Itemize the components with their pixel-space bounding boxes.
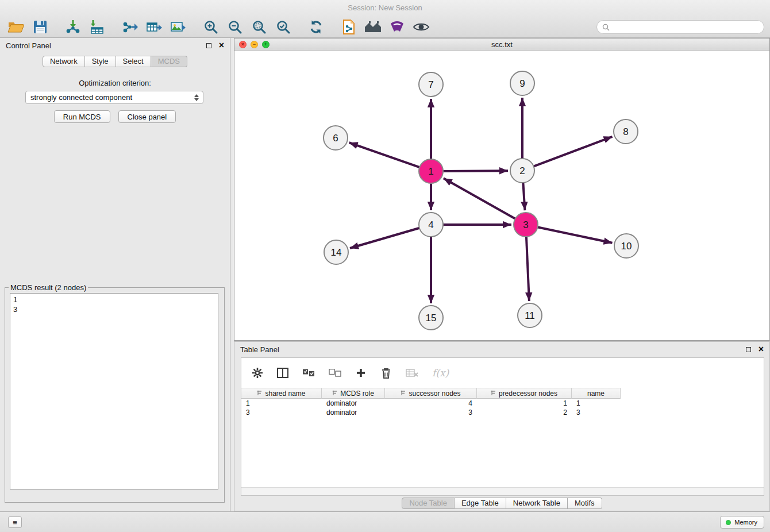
run-mcds-button[interactable]: Run MCDS: [54, 110, 110, 123]
svg-text:3: 3: [523, 219, 528, 230]
select-all-icon[interactable]: [302, 369, 315, 377]
tab-edge-table[interactable]: Edge Table: [455, 498, 506, 509]
column-header-shared-name[interactable]: shared name: [241, 388, 322, 399]
deselect-all-icon[interactable]: [329, 369, 341, 377]
tab-mcds[interactable]: MCDS: [151, 56, 187, 67]
mcds-result-item: 3: [13, 304, 215, 314]
graph-node-11[interactable]: 11: [518, 303, 542, 327]
close-panel-icon[interactable]: ×: [219, 41, 224, 50]
show-details-eye-icon[interactable]: [412, 18, 430, 36]
graph-edge-3-1[interactable]: [444, 178, 517, 219]
column-header-mcds-role[interactable]: MCDS role: [322, 388, 385, 399]
column-header-name[interactable]: name: [572, 388, 621, 399]
memory-button[interactable]: Memory: [720, 516, 764, 529]
graph-node-9[interactable]: 9: [510, 71, 534, 95]
graph-edge-2-8[interactable]: [532, 137, 613, 167]
apply-layout-icon[interactable]: [307, 18, 325, 36]
graph-edge-3-11[interactable]: [526, 235, 529, 301]
table-cell: dominator: [322, 408, 385, 417]
control-panel-tabs: NetworkStyleSelectMCDS: [0, 56, 230, 67]
graph-edge-1-6[interactable]: [349, 142, 421, 168]
column-type-icon: [491, 390, 496, 398]
table-settings-icon[interactable]: [252, 367, 263, 379]
table-row[interactable]: 3dominator323: [241, 408, 764, 417]
tab-style[interactable]: Style: [85, 56, 116, 67]
save-session-icon[interactable]: [31, 18, 49, 36]
table-toolbar: f(x): [241, 358, 764, 388]
zoom-out-icon[interactable]: [226, 18, 244, 36]
graph-node-10[interactable]: 10: [614, 234, 638, 258]
window-titlebar: Session: New Session: [0, 0, 770, 16]
horizontal-scrollbar[interactable]: [241, 487, 764, 495]
column-header-label: name: [587, 390, 605, 398]
open-session-icon[interactable]: [7, 18, 25, 36]
graph-edge-2-3[interactable]: [523, 181, 525, 210]
graph-node-15[interactable]: 15: [419, 306, 443, 330]
zoom-in-icon[interactable]: [202, 18, 220, 36]
svg-text:9: 9: [519, 78, 525, 89]
table-panel-tabs: Node TableEdge TableNetwork TableMotifs: [234, 498, 769, 509]
table-cell: 1: [241, 399, 322, 408]
search-icon: [602, 24, 610, 31]
graph-node-1[interactable]: 1: [419, 159, 443, 183]
export-network-icon[interactable]: [121, 18, 139, 36]
minimize-window-icon[interactable]: –: [251, 41, 258, 48]
import-table-icon[interactable]: [88, 18, 106, 36]
mcds-result-list[interactable]: 13: [10, 293, 218, 489]
column-header-label: shared name: [265, 390, 305, 398]
network-overview-icon[interactable]: [364, 18, 382, 36]
table-cell: 3: [385, 408, 477, 417]
zoom-window-icon[interactable]: +: [262, 41, 270, 48]
control-panel: Control Panel × NetworkStyleSelectMCDS O…: [0, 38, 230, 511]
graph-node-3[interactable]: 3: [514, 213, 538, 237]
style-brush-icon[interactable]: [388, 18, 406, 36]
graph-edge-3-10[interactable]: [536, 227, 613, 243]
column-type-icon: [257, 390, 262, 398]
search-input[interactable]: [613, 23, 764, 31]
search-box[interactable]: [596, 20, 764, 34]
close-panel-button[interactable]: Close panel: [118, 110, 176, 123]
tab-network-table[interactable]: Network Table: [506, 498, 568, 509]
graph-node-14[interactable]: 14: [324, 240, 348, 264]
optimization-label: Optimization criterion:: [0, 79, 230, 87]
graph-node-4[interactable]: 4: [419, 213, 443, 237]
tab-motifs[interactable]: Motifs: [568, 498, 602, 509]
export-image-icon[interactable]: [169, 18, 187, 36]
table-row[interactable]: 1dominator411: [241, 399, 764, 408]
close-table-panel-icon[interactable]: ×: [759, 345, 764, 354]
graph-node-2[interactable]: 2: [510, 159, 534, 183]
graph-node-8[interactable]: 8: [614, 119, 638, 144]
column-header-successor-nodes[interactable]: successor nodes: [385, 388, 477, 399]
table-column-headers: shared nameMCDS rolesuccessor nodesprede…: [241, 388, 764, 399]
graph-node-7[interactable]: 7: [419, 72, 443, 97]
network-canvas[interactable]: 7968124314101511: [234, 51, 769, 340]
task-history-icon[interactable]: ≡: [8, 516, 22, 528]
tab-node-table[interactable]: Node Table: [402, 498, 455, 509]
svg-text:7: 7: [428, 79, 433, 90]
show-columns-icon[interactable]: [277, 368, 288, 378]
delete-row-icon[interactable]: [380, 368, 392, 379]
close-window-icon[interactable]: ×: [239, 41, 247, 48]
graph-node-6[interactable]: 6: [324, 126, 348, 150]
control-panel-title: Control Panel: [6, 41, 51, 50]
network-file-icon[interactable]: [340, 18, 358, 36]
add-row-icon[interactable]: [355, 368, 367, 378]
dropdown-stepper-icon: [194, 94, 199, 101]
graph-edge-4-14[interactable]: [350, 228, 421, 248]
column-header-predecessor-nodes[interactable]: predecessor nodes: [477, 388, 572, 399]
tab-select[interactable]: Select: [116, 56, 151, 67]
zoom-fit-icon[interactable]: [250, 18, 268, 36]
zoom-selected-icon[interactable]: [274, 18, 292, 36]
float-panel-icon[interactable]: [206, 43, 211, 48]
svg-text:6: 6: [333, 133, 338, 144]
import-network-icon[interactable]: [64, 18, 82, 36]
graph-edge-1-2[interactable]: [441, 171, 508, 171]
tab-network[interactable]: Network: [43, 56, 85, 67]
export-table-icon[interactable]: [145, 18, 163, 36]
float-table-panel-icon[interactable]: [746, 347, 751, 352]
svg-text:2: 2: [519, 165, 525, 176]
network-graph[interactable]: 7968124314101511: [234, 51, 769, 340]
optimization-dropdown[interactable]: strongly connected component: [25, 91, 203, 104]
svg-text:15: 15: [426, 313, 437, 323]
toolbar-icon-strip: [7, 18, 436, 36]
